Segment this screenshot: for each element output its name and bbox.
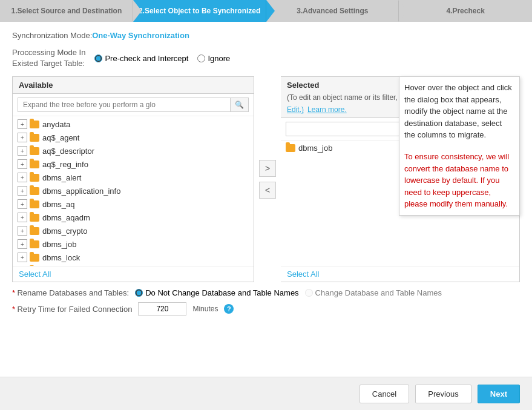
tooltip-box: Hover over the object and click the dial… [399,76,520,216]
available-search-button[interactable]: 🔍 [231,98,249,112]
available-search-row: 🔍 [13,94,254,116]
folder-icon [286,144,295,152]
cancel-button[interactable]: Cancel [360,385,409,403]
selected-title: Selected [287,81,319,90]
sync-mode-row: Synchronization Mode: One-Way Synchroniz… [12,31,520,40]
tooltip-normal-text: Hover over the object and click the dial… [404,83,512,139]
folder-icon [30,214,39,222]
main-content: Synchronization Mode: One-Way Synchroniz… [0,22,532,377]
selected-learn-more-link[interactable]: Learn more. [307,105,347,114]
folder-icon [30,160,39,168]
radio-no-change[interactable]: Do Not Change Database and Table Names [135,288,298,297]
expand-icon[interactable]: + [18,146,27,156]
available-tree-item[interactable]: +dbms_aq [13,197,254,211]
expand-icon[interactable]: + [18,186,27,196]
radio-ignore-label: Ignore [208,54,230,63]
available-tree-item[interactable]: +dbms_crypto [13,224,254,237]
wizard-step-4[interactable]: 4.Precheck [399,0,532,22]
expand-icon[interactable]: + [18,213,27,222]
radio-precheck-label: Pre-check and Intercept [105,54,188,63]
transfer-forward-button[interactable]: > [259,160,276,177]
expand-icon[interactable]: + [18,199,27,209]
available-tree-item[interactable]: +dbms_lock [13,251,254,264]
expand-icon[interactable]: + [18,226,27,236]
available-panel: Available 🔍 +anydata+aq$_agent+aq$_descr… [12,76,254,282]
sync-mode-value: One-Way Synchronization [92,31,189,40]
wizard-steps: 1.Select Source and Destination2.Select … [0,0,532,22]
tree-item-label: dbms_lock [42,253,80,262]
available-tree-item[interactable]: +dbms_aqadm [13,211,254,224]
tree-item-label: dbms_aq [42,200,74,209]
selected-edit-link[interactable]: Edit.) [287,105,304,114]
expand-icon[interactable]: + [18,119,27,129]
tree-item-label: dbms_job [298,144,332,153]
wizard-step-2[interactable]: 2.Select Object to Be Synchronized [133,0,266,22]
available-tree-item[interactable]: +aq$_agent [13,131,254,144]
expand-icon[interactable]: + [18,239,27,249]
bottom-options: * Rename Databases and Tables: Do Not Ch… [12,288,520,316]
tree-item-label: aq$_descriptor [42,147,94,156]
previous-button[interactable]: Previous [415,385,471,403]
processing-mode-label: Proccessing Mode In Existed Target Table… [12,47,85,69]
tree-item-label: dbms_alert [42,173,81,182]
folder-icon [30,254,39,262]
expand-icon[interactable]: + [18,159,27,169]
available-search-input[interactable] [18,98,231,112]
folder-icon [30,200,39,208]
available-tree-item[interactable]: +dbms_job [13,237,254,251]
radio-precheck[interactable]: Pre-check and Intercept [94,54,188,63]
available-select-all[interactable]: Select All [13,266,254,282]
folder-icon [30,187,39,195]
radio-change-label: Change Database and Table Names [315,288,442,297]
expand-icon[interactable]: + [18,133,27,142]
radio-change[interactable]: Change Database and Table Names [305,288,442,297]
minutes-label: Minutes [192,305,218,313]
processing-mode-row: Proccessing Mode In Existed Target Table… [12,47,520,69]
available-tree-item[interactable]: +anydata [13,117,254,131]
help-icon[interactable]: ? [224,304,234,314]
folder-icon [30,134,39,142]
available-tree-item[interactable]: +dbms_alert [13,171,254,184]
wizard-step-1[interactable]: 1.Select Source and Destination [0,0,133,22]
radio-no-change-label: Do Not Change Database and Table Names [145,288,298,297]
transfer-buttons: > < [254,76,281,282]
available-tree-item[interactable]: +aq$_reg_info [13,157,254,171]
selected-select-all[interactable]: Select All [281,266,519,282]
sync-mode-label: Synchronization Mode: [12,31,92,40]
rename-asterisk: * Rename Databases and Tables: [12,288,129,297]
tree-item-label: dbms_job [42,240,76,249]
transfer-back-button[interactable]: < [259,182,276,199]
retry-input[interactable] [138,302,186,316]
footer: Cancel Previous Next [0,377,532,410]
tree-item-label: dbms_aqadm [42,213,90,222]
retry-label: * Retry Time for Failed Connection [12,305,132,314]
available-tree-item[interactable]: +aq$_descriptor [13,144,254,157]
folder-icon [30,174,39,182]
folder-icon [30,227,39,235]
tree-item-label: aq$_reg_info [42,160,88,169]
panels-area: Available 🔍 +anydata+aq$_agent+aq$_descr… [12,76,520,282]
available-tree-list[interactable]: +anydata+aq$_agent+aq$_descriptor+aq$_re… [13,116,254,266]
wizard-step-3[interactable]: 3.Advanced Settings [266,0,399,22]
folder-icon [30,147,39,155]
tooltip-red-text: To ensure consistency, we will convert t… [404,152,509,208]
available-tree-item[interactable]: +dbms_application_info [13,184,254,197]
available-panel-header: Available [13,77,254,94]
rename-row: * Rename Databases and Tables: Do Not Ch… [12,288,520,297]
expand-icon[interactable]: + [18,173,27,182]
retry-row: * Retry Time for Failed Connection Minut… [12,302,520,316]
tree-item-label: anydata [42,120,70,129]
next-button[interactable]: Next [478,385,520,403]
processing-mode-radio-group: Pre-check and Intercept Ignore [94,54,230,63]
folder-icon [30,240,39,248]
tree-item-label: dbms_application_info [42,187,120,196]
tree-item-label: dbms_crypto [42,226,87,236]
radio-ignore[interactable]: Ignore [197,54,230,63]
expand-icon[interactable]: + [18,253,27,262]
folder-icon [30,121,39,128]
tree-item-label: aq$_agent [42,133,79,142]
